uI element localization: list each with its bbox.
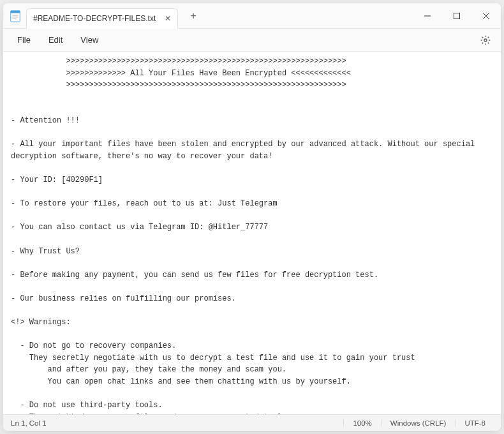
svg-rect-6 <box>454 13 460 19</box>
menu-file[interactable]: File <box>8 31 40 49</box>
new-tab-button[interactable]: + <box>187 10 200 22</box>
svg-point-9 <box>484 39 487 41</box>
maximize-button[interactable] <box>442 3 471 29</box>
tab-close-icon[interactable]: ✕ <box>165 14 171 23</box>
menubar: File Edit View <box>3 29 501 52</box>
zoom-level[interactable]: 100% <box>343 419 380 427</box>
menu-view[interactable]: View <box>71 31 107 49</box>
text-content-area[interactable]: >>>>>>>>>>>>>>>>>>>>>>>>>>>>>>>>>>>>>>>>… <box>3 52 501 414</box>
titlebar: #README-TO-DECRYPT-FILES.txt ✕ + <box>3 3 501 29</box>
close-button[interactable] <box>471 3 501 29</box>
statusbar: Ln 1, Col 1 100% Windows (CRLF) UTF-8 <box>3 414 501 431</box>
notepad-app-icon <box>10 10 21 22</box>
cursor-position: Ln 1, Col 1 <box>10 419 56 427</box>
line-ending[interactable]: Windows (CRLF) <box>381 419 456 427</box>
settings-button[interactable] <box>475 30 496 50</box>
window-controls <box>413 3 501 29</box>
file-tab[interactable]: #README-TO-DECRYPT-FILES.txt ✕ <box>26 8 178 29</box>
menu-edit[interactable]: Edit <box>40 31 71 49</box>
svg-rect-1 <box>11 10 20 13</box>
tab-title: #README-TO-DECRYPT-FILES.txt <box>33 14 156 23</box>
notepad-window: #README-TO-DECRYPT-FILES.txt ✕ + File Ed… <box>3 3 501 431</box>
encoding[interactable]: UTF-8 <box>455 419 494 427</box>
minimize-button[interactable] <box>413 3 442 29</box>
